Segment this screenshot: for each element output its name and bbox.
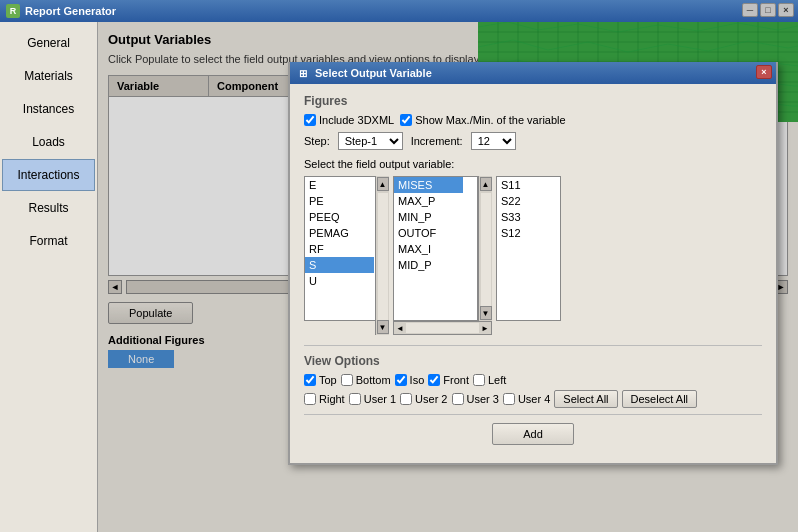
sidebar-item-format[interactable]: Format — [2, 225, 95, 257]
list-item-OUTOF[interactable]: OUTOF — [394, 225, 463, 241]
view-bottom-checkbox[interactable] — [341, 374, 353, 386]
sidebar-item-materials[interactable]: Materials — [2, 60, 95, 92]
list-boxes-container: E PE PEEQ PEMAG RF S U ▲ — [304, 176, 762, 335]
list-item-MAX_P[interactable]: MAX_P — [394, 193, 463, 209]
show-maxmin-label: Show Max./Min. of the variable — [415, 114, 565, 126]
list-item-S12[interactable]: S12 — [497, 225, 560, 241]
include-3dxml-label: Include 3DXML — [319, 114, 394, 126]
middle-list[interactable]: MISES MAX_P MIN_P OUTOF MAX_I MID_P — [393, 176, 478, 321]
view-user2-label: User 2 — [415, 393, 447, 405]
view-user4-item[interactable]: User 4 — [503, 393, 550, 405]
sidebar-item-loads[interactable]: Loads — [2, 126, 95, 158]
sidebar-item-instances[interactable]: Instances — [2, 93, 95, 125]
view-top-checkbox[interactable] — [304, 374, 316, 386]
view-right-label: Right — [319, 393, 345, 405]
select-all-button[interactable]: Select All — [554, 390, 617, 408]
hscroll-left-arrow[interactable]: ◄ — [394, 324, 406, 333]
hscroll-right-arrow[interactable]: ► — [479, 324, 491, 333]
sidebar-item-interactions[interactable]: Interactions — [2, 159, 95, 191]
view-user2-item[interactable]: User 2 — [400, 393, 447, 405]
view-user2-checkbox[interactable] — [400, 393, 412, 405]
add-button[interactable]: Add — [492, 423, 574, 445]
left-scroll-down[interactable]: ▼ — [377, 320, 389, 334]
middle-scroll-down[interactable]: ▼ — [480, 306, 492, 320]
show-maxmin-checkbox[interactable] — [400, 114, 412, 126]
window-controls[interactable]: ─ □ × — [742, 3, 794, 17]
deselect-all-button[interactable]: Deselect All — [622, 390, 697, 408]
minimize-button[interactable]: ─ — [742, 3, 758, 17]
include-3dxml-checkbox[interactable] — [304, 114, 316, 126]
title-bar: R Report Generator ─ □ × — [0, 0, 798, 22]
view-left-item[interactable]: Left — [473, 374, 506, 386]
view-iso-checkbox[interactable] — [395, 374, 407, 386]
view-right-checkbox[interactable] — [304, 393, 316, 405]
view-user4-label: User 4 — [518, 393, 550, 405]
list-item-PEEQ[interactable]: PEEQ — [305, 209, 374, 225]
view-user1-checkbox[interactable] — [349, 393, 361, 405]
add-button-row: Add — [304, 414, 762, 453]
increment-select[interactable]: 12 — [471, 132, 516, 150]
figures-section-title: Figures — [304, 94, 762, 108]
view-front-item[interactable]: Front — [428, 374, 469, 386]
view-left-checkbox[interactable] — [473, 374, 485, 386]
view-front-checkbox[interactable] — [428, 374, 440, 386]
list-item-PEMAG[interactable]: PEMAG — [305, 225, 374, 241]
view-user1-item[interactable]: User 1 — [349, 393, 396, 405]
step-label: Step: — [304, 135, 330, 147]
right-list[interactable]: S11 S22 S33 S12 — [496, 176, 561, 321]
left-scroll-track[interactable] — [378, 193, 388, 333]
sidebar: General Materials Instances Loads Intera… — [0, 22, 98, 532]
list-item-S22[interactable]: S22 — [497, 193, 560, 209]
view-user3-item[interactable]: User 3 — [452, 393, 499, 405]
close-button[interactable]: × — [778, 3, 794, 17]
middle-scroll-track[interactable] — [481, 193, 491, 319]
list-item-S33[interactable]: S33 — [497, 209, 560, 225]
main-window: General Materials Instances Loads Intera… — [0, 22, 798, 532]
view-options-section: View Options Top Bottom — [304, 345, 762, 408]
list-item-PE[interactable]: PE — [305, 193, 374, 209]
middle-hscroll[interactable]: ◄ ► — [393, 321, 492, 335]
view-options-title: View Options — [304, 354, 762, 368]
step-row: Step: Step-1 Increment: 12 — [304, 132, 762, 150]
list-item-MIN_P[interactable]: MIN_P — [394, 209, 463, 225]
sidebar-item-results[interactable]: Results — [2, 192, 95, 224]
right-list-container: S11 S22 S33 S12 — [496, 176, 561, 335]
view-user3-label: User 3 — [467, 393, 499, 405]
title-text: Report Generator — [25, 5, 116, 17]
step-select[interactable]: Step-1 — [338, 132, 403, 150]
field-output-label: Select the field output variable: — [304, 158, 762, 170]
list-item-MISES[interactable]: MISES — [394, 177, 463, 193]
modal-overlay: ⊞ Select Output Variable × Figures Inclu… — [98, 22, 798, 532]
view-user3-checkbox[interactable] — [452, 393, 464, 405]
list-item-S11[interactable]: S11 — [497, 177, 560, 193]
middle-list-container: MISES MAX_P MIN_P OUTOF MAX_I MID_P ▲ — [393, 176, 492, 321]
view-top-label: Top — [319, 374, 337, 386]
include-3dxml-checkbox-item[interactable]: Include 3DXML — [304, 114, 394, 126]
show-maxmin-checkbox-item[interactable]: Show Max./Min. of the variable — [400, 114, 565, 126]
maximize-button[interactable]: □ — [760, 3, 776, 17]
left-list-container: E PE PEEQ PEMAG RF S U ▲ — [304, 176, 389, 335]
view-options-row-1: Top Bottom Iso — [304, 374, 762, 386]
figures-checkboxes: Include 3DXML Show Max./Min. of the vari… — [304, 114, 762, 126]
list-item-MID_P[interactable]: MID_P — [394, 257, 463, 273]
list-item-S[interactable]: S — [305, 257, 374, 273]
middle-scroll-up[interactable]: ▲ — [480, 177, 492, 191]
view-top-item[interactable]: Top — [304, 374, 337, 386]
left-scroll-up[interactable]: ▲ — [377, 177, 389, 191]
list-item-E[interactable]: E — [305, 177, 374, 193]
list-item-RF[interactable]: RF — [305, 241, 374, 257]
view-front-label: Front — [443, 374, 469, 386]
app-icon: R — [6, 4, 20, 18]
sidebar-item-general[interactable]: General — [2, 27, 95, 59]
view-right-item[interactable]: Right — [304, 393, 345, 405]
hscroll-track[interactable] — [406, 323, 479, 333]
view-bottom-item[interactable]: Bottom — [341, 374, 391, 386]
view-iso-item[interactable]: Iso — [395, 374, 425, 386]
middle-list-scrollbar: ▲ ▼ — [478, 176, 492, 321]
view-bottom-label: Bottom — [356, 374, 391, 386]
list-item-U[interactable]: U — [305, 273, 374, 289]
modal-close-button[interactable]: × — [756, 65, 772, 79]
view-user4-checkbox[interactable] — [503, 393, 515, 405]
list-item-MAX_I[interactable]: MAX_I — [394, 241, 463, 257]
modal-title-bar: ⊞ Select Output Variable × — [290, 62, 776, 84]
